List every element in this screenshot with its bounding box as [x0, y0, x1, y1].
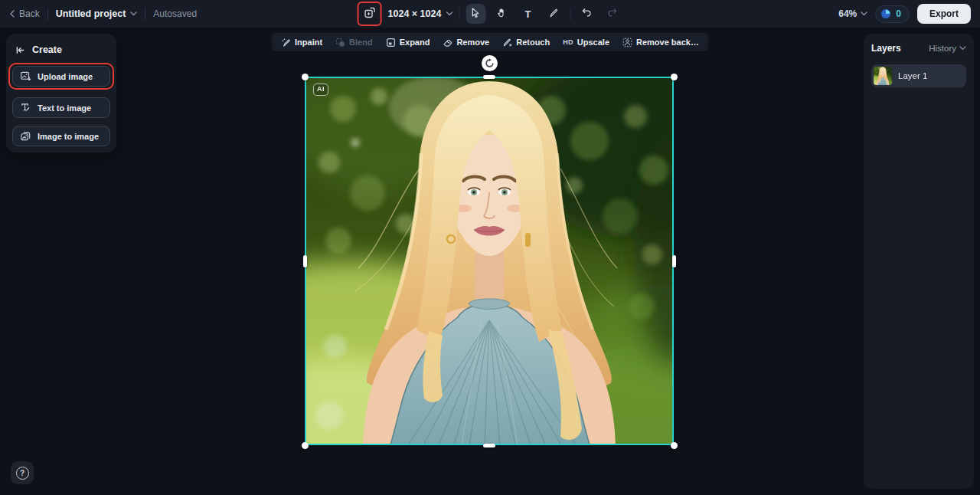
help-button[interactable]: ?: [11, 461, 34, 484]
chevron-down-icon: [130, 11, 137, 16]
divider: [47, 8, 48, 20]
layer-row-1[interactable]: Layer 1: [871, 64, 966, 87]
create-panel: Create Upload image Text to image Image …: [6, 34, 116, 152]
upscale-label: Upscale: [577, 38, 609, 47]
chevron-down-icon: [861, 11, 867, 16]
pen-icon: [548, 8, 559, 21]
rotate-handle[interactable]: [482, 55, 498, 71]
remove-label: Remove: [456, 38, 489, 47]
redo-icon: [607, 7, 619, 21]
app-window: Back Untitled project Autosaved: [0, 0, 980, 495]
chevron-left-icon: [9, 10, 15, 18]
help-icon: ?: [16, 467, 29, 480]
chevron-down-icon: [446, 11, 452, 16]
divider: [145, 8, 145, 20]
resize-canvas-icon: [364, 7, 375, 21]
coin-icon: [880, 8, 891, 19]
upload-image-button[interactable]: Upload image: [12, 66, 110, 87]
collapse-panel-icon[interactable]: [15, 45, 26, 55]
back-button[interactable]: Back: [9, 8, 40, 19]
divider: [570, 8, 570, 20]
retouch-button[interactable]: Retouch: [502, 38, 550, 48]
select-tool-button[interactable]: [466, 4, 485, 24]
canvas-selection[interactable]: AI: [305, 77, 674, 445]
credits-badge[interactable]: 0: [875, 5, 910, 23]
pen-tool-button[interactable]: [544, 4, 564, 24]
remove-background-button[interactable]: Remove back…: [622, 38, 699, 48]
divider: [459, 8, 459, 20]
resize-handle-bottom[interactable]: [483, 444, 495, 447]
redo-button[interactable]: [603, 4, 622, 24]
inpaint-label: Inpaint: [295, 38, 322, 47]
highlight-box-upload-image: Upload image: [8, 63, 114, 90]
remove-button[interactable]: Remove: [443, 38, 489, 48]
credits-count: 0: [896, 8, 901, 19]
cursor-icon: [470, 7, 482, 21]
resize-handle-bottom-right[interactable]: [671, 442, 678, 449]
canvas-size-select[interactable]: 1024 × 1024: [388, 8, 453, 19]
expand-label: Expand: [400, 38, 430, 47]
create-panel-header: Create: [12, 40, 110, 63]
portrait-image: [305, 77, 674, 445]
image-to-image-icon: [20, 130, 31, 142]
resize-handle-top-right[interactable]: [671, 74, 678, 80]
ai-badge: AI: [313, 84, 328, 96]
resize-handle-right[interactable]: [672, 255, 676, 267]
hand-icon: [496, 8, 507, 21]
remove-background-label: Remove back…: [636, 38, 699, 47]
retouch-icon: [502, 38, 512, 48]
zoom-level-value: 64%: [838, 8, 857, 19]
inpaint-icon: [281, 38, 291, 48]
layer-thumbnail: [874, 67, 892, 85]
export-button[interactable]: Export: [917, 4, 971, 24]
text-to-image-button[interactable]: Text to image: [12, 97, 110, 118]
zoom-level-select[interactable]: 64%: [838, 8, 867, 19]
rotate-icon: [485, 58, 495, 68]
edit-toolbar: Inpaint Blend Expand Remove Retouch: [272, 33, 708, 51]
hd-icon: HD: [563, 38, 573, 46]
layer-image[interactable]: [305, 77, 674, 445]
blend-button[interactable]: Blend: [335, 38, 373, 48]
layers-panel-header: Layers History: [871, 43, 966, 54]
blend-label: Blend: [349, 38, 373, 47]
create-panel-title: Create: [32, 44, 62, 55]
upscale-button[interactable]: HD Upscale: [563, 38, 609, 47]
top-bar-right: 64% 0 Export: [838, 4, 971, 24]
resize-canvas-button[interactable]: [360, 4, 380, 24]
upload-image-icon: [20, 70, 31, 82]
inpaint-button[interactable]: Inpaint: [281, 38, 322, 48]
image-to-image-label: Image to image: [38, 132, 99, 141]
project-name-menu[interactable]: Untitled project: [56, 8, 138, 19]
expand-icon: [386, 38, 396, 48]
remove-background-icon: [622, 38, 632, 48]
text-tool-button[interactable]: T: [518, 4, 537, 24]
layers-panel: Layers History Layer 1: [864, 34, 974, 489]
text-tool-icon: T: [524, 8, 531, 20]
canvas-size-value: 1024 × 1024: [388, 8, 442, 19]
text-to-image-label: Text to image: [38, 103, 91, 113]
undo-button[interactable]: [577, 4, 596, 24]
eraser-icon: [443, 38, 452, 48]
resize-handle-left[interactable]: [303, 255, 307, 267]
top-bar: Back Untitled project Autosaved: [0, 0, 980, 28]
project-name: Untitled project: [56, 8, 126, 19]
back-label: Back: [19, 8, 40, 19]
tab-layers[interactable]: Layers: [871, 43, 901, 54]
hand-tool-button[interactable]: [492, 4, 511, 24]
tab-history[interactable]: History: [929, 44, 966, 53]
retouch-label: Retouch: [516, 38, 550, 47]
text-to-image-icon: [20, 102, 31, 113]
highlight-box-canvas-size: [358, 2, 382, 26]
resize-handle-top-left[interactable]: [302, 74, 309, 80]
expand-button[interactable]: Expand: [386, 38, 430, 48]
history-label: History: [929, 44, 956, 53]
undo-icon: [581, 7, 593, 21]
image-to-image-button[interactable]: Image to image: [12, 126, 110, 146]
top-bar-center: 1024 × 1024 T: [358, 0, 623, 28]
resize-handle-bottom-left[interactable]: [302, 442, 309, 449]
autosaved-status: Autosaved: [153, 8, 197, 19]
resize-handle-top[interactable]: [483, 75, 495, 79]
chevron-down-icon: [959, 46, 966, 51]
upload-image-label: Upload image: [38, 72, 93, 81]
blend-icon: [335, 38, 345, 48]
